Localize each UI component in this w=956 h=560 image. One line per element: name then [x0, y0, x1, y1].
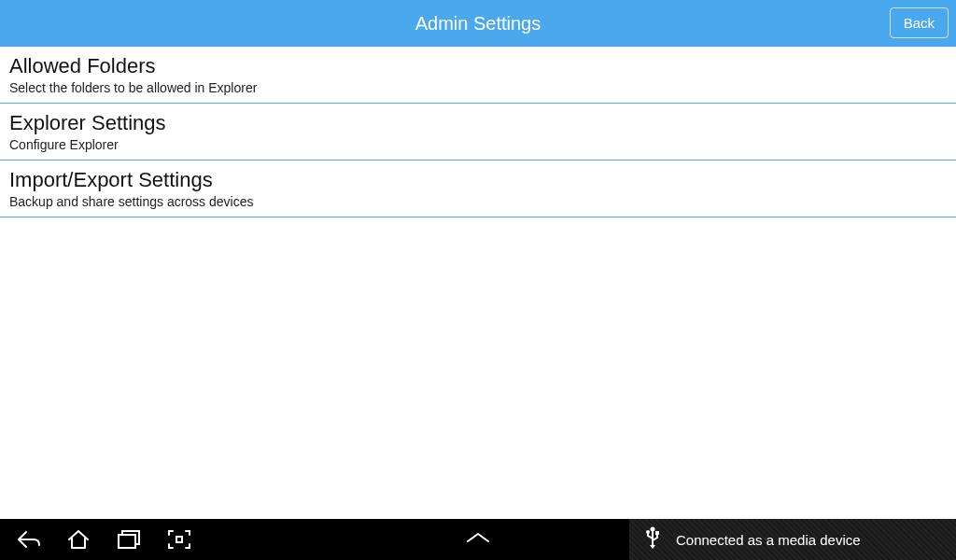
screenshot-icon[interactable] — [166, 526, 192, 553]
list-item-title: Allowed Folders — [9, 54, 947, 78]
list-item-desc: Select the folders to be allowed in Expl… — [9, 80, 947, 95]
svg-rect-0 — [119, 535, 135, 548]
svg-rect-1 — [176, 537, 182, 542]
svg-point-2 — [651, 527, 655, 532]
nav-icons — [0, 526, 192, 553]
status-panel[interactable]: Connected as a media device — [629, 519, 956, 560]
navigation-bar: Connected as a media device — [0, 519, 956, 560]
back-icon[interactable] — [15, 526, 41, 553]
page-title: Admin Settings — [415, 13, 541, 35]
svg-rect-4 — [655, 531, 659, 535]
list-item-title: Explorer Settings — [9, 111, 947, 135]
settings-list: Allowed Folders Select the folders to be… — [0, 47, 956, 217]
list-item-allowed-folders[interactable]: Allowed Folders Select the folders to be… — [0, 47, 956, 104]
usb-icon — [644, 526, 661, 553]
status-text: Connected as a media device — [676, 532, 861, 548]
back-button[interactable]: Back — [890, 7, 949, 38]
list-item-desc: Configure Explorer — [9, 137, 947, 152]
list-item-title: Import/Export Settings — [9, 168, 947, 192]
list-item-desc: Backup and share settings across devices — [9, 194, 947, 209]
header: Admin Settings Back — [0, 0, 956, 47]
list-item-explorer-settings[interactable]: Explorer Settings Configure Explorer — [0, 104, 956, 161]
home-icon[interactable] — [65, 526, 91, 553]
svg-point-3 — [646, 530, 650, 534]
expand-icon[interactable] — [464, 530, 492, 549]
recent-apps-icon[interactable] — [116, 526, 142, 553]
list-item-import-export[interactable]: Import/Export Settings Backup and share … — [0, 161, 956, 217]
